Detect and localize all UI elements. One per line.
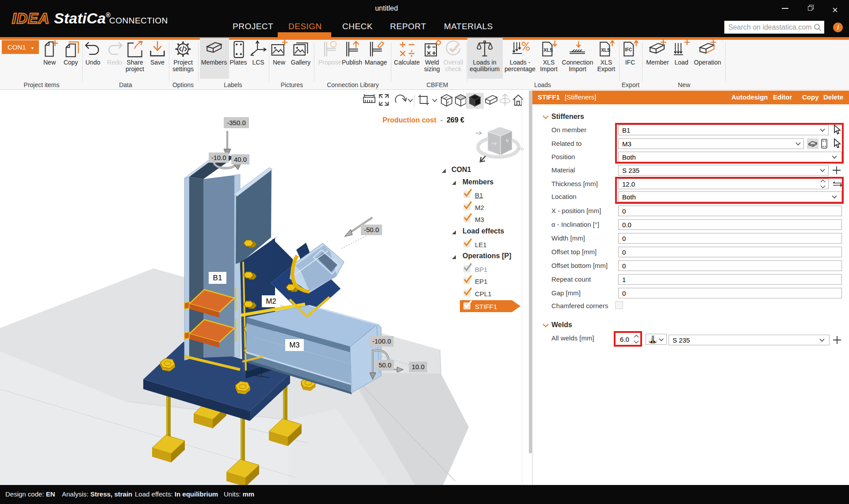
svg-text:XLS: XLS	[601, 47, 610, 53]
svg-text:XLS: XLS	[543, 47, 553, 53]
svg-text:IFC: IFC	[625, 47, 632, 52]
svg-text:↻: ↻	[506, 139, 509, 143]
svg-text:+Y: +Y	[492, 141, 497, 146]
